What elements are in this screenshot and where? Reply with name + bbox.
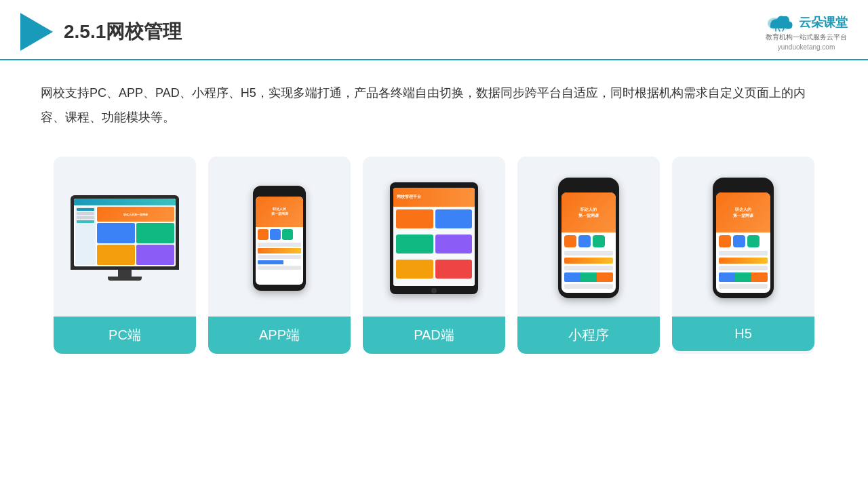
logo-url: yunduoketang.com bbox=[778, 43, 835, 51]
pad-image: 网校管理平台 bbox=[370, 170, 498, 306]
mini-card: 职达人的第一堂网课 bbox=[517, 157, 660, 354]
h5-phone-notch bbox=[732, 186, 755, 190]
pc-card-label: PC端 bbox=[54, 317, 196, 354]
mini-image: 职达人的第一堂网课 bbox=[524, 170, 653, 306]
large-phone-notch bbox=[577, 186, 601, 190]
h5-card: 职达人的第一堂网课 bbox=[672, 157, 814, 354]
phone-screen: 职达人的第一堂网课 bbox=[256, 197, 303, 285]
header-left: 2.5.1网校管理 bbox=[20, 13, 182, 51]
h5-card-label: H5 bbox=[672, 317, 814, 351]
cloud-logo: 云朵课堂 bbox=[765, 12, 848, 33]
pad-card-label: PAD端 bbox=[363, 317, 505, 354]
large-phone-screen: 职达人的第一堂网课 bbox=[561, 192, 616, 293]
description-text: 网校支持PC、APP、PAD、小程序、H5，实现多端打通，产品各终端自由切换，数… bbox=[0, 60, 868, 143]
tablet-home-button bbox=[431, 288, 437, 293]
monitor-stand bbox=[118, 270, 132, 277]
mini-card-label: 小程序 bbox=[517, 317, 660, 354]
monitor-frame: 职达人的第一堂网课 bbox=[71, 195, 179, 270]
logo-name: 云朵课堂 bbox=[799, 14, 848, 30]
monitor-screen: 职达人的第一堂网课 bbox=[74, 199, 176, 266]
app-phone: 职达人的第一堂网课 bbox=[253, 186, 306, 291]
pad-card: 网校管理平台 PAD端 bbox=[363, 157, 505, 354]
h5-image: 职达人的第一堂网课 bbox=[679, 170, 808, 306]
app-image: 职达人的第一堂网课 bbox=[215, 170, 344, 306]
logo-subtitle: 教育机构一站式服务云平台 bbox=[766, 33, 847, 42]
tablet-frame: 网校管理平台 bbox=[390, 182, 478, 294]
pc-card: 职达人的第一堂网课 bbox=[54, 157, 196, 354]
h5-phone: 职达人的第一堂网课 bbox=[713, 178, 774, 298]
h5-phone-screen: 职达人的第一堂网课 bbox=[716, 192, 770, 293]
play-icon bbox=[20, 13, 53, 51]
monitor-base bbox=[108, 277, 142, 281]
app-card-label: APP端 bbox=[208, 317, 351, 354]
device-cards-section: 职达人的第一堂网课 bbox=[0, 143, 868, 367]
cloud-icon bbox=[765, 12, 795, 33]
app-card: 职达人的第一堂网课 bbox=[208, 157, 351, 354]
phone-notch bbox=[269, 191, 290, 195]
page-title: 2.5.1网校管理 bbox=[64, 19, 182, 45]
brand-logo: 云朵课堂 教育机构一站式服务云平台 yunduoketang.com bbox=[765, 12, 848, 51]
pc-monitor: 职达人的第一堂网课 bbox=[71, 195, 179, 281]
tablet-screen: 网校管理平台 bbox=[393, 188, 475, 286]
mini-phone: 职达人的第一堂网课 bbox=[558, 178, 619, 298]
pc-image: 职达人的第一堂网课 bbox=[60, 170, 189, 306]
header: 2.5.1网校管理 云朵课堂 教育机构一站式服务云平台 yunduoketang… bbox=[0, 0, 868, 60]
